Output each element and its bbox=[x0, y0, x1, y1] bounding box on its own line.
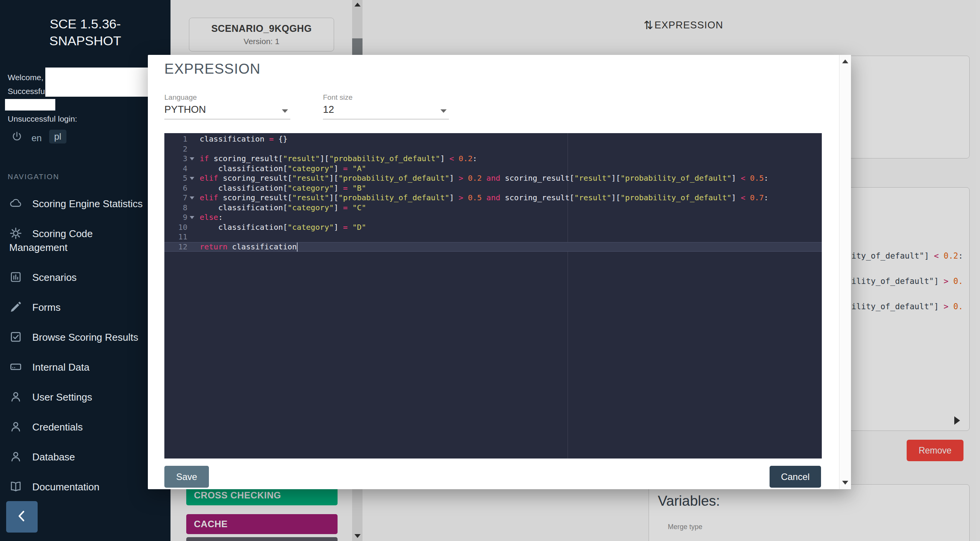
language-label: Language bbox=[164, 93, 197, 102]
line-number: 12 bbox=[164, 242, 187, 252]
fold-arrow-icon[interactable] bbox=[190, 177, 194, 180]
code-text: classification["category"] = "A" bbox=[200, 164, 366, 174]
language-en-button[interactable]: en bbox=[31, 133, 42, 143]
navigation-header: NAVIGATION bbox=[8, 173, 59, 181]
welcome-label: Welcome, bbox=[8, 73, 43, 82]
save-button[interactable]: Save bbox=[164, 466, 209, 488]
sidebar-item-credentials[interactable]: Credentials bbox=[0, 412, 171, 442]
expression-dialog: EXPRESSION Language PYTHON Font size 12 … bbox=[148, 55, 851, 489]
fold-arrow-icon[interactable] bbox=[190, 157, 194, 160]
line-number: 8 bbox=[164, 203, 187, 213]
fold-arrow-icon[interactable] bbox=[190, 196, 194, 200]
sidebar-nav: Scoring Engine StatisticsScoring Code Ma… bbox=[0, 189, 171, 502]
sidebar-item-label: Internal Data bbox=[32, 361, 89, 373]
language-select-value: PYTHON bbox=[164, 104, 206, 115]
chevron-down-icon bbox=[440, 109, 447, 113]
line-number: 4 bbox=[164, 164, 187, 174]
editor-line-4[interactable]: 4 classification["category"] = "A" bbox=[164, 164, 822, 174]
editor-line-10[interactable]: 10 classification["category"] = "D" bbox=[164, 223, 822, 233]
sidebar-item-label: Scoring Engine Statistics bbox=[32, 198, 143, 209]
code-editor[interactable]: 1classification = {}23if scoring_result[… bbox=[164, 133, 822, 459]
code-text: classification["category"] = "C" bbox=[200, 203, 366, 213]
logout-button[interactable] bbox=[11, 130, 23, 143]
font-size-label: Font size bbox=[323, 93, 353, 102]
checkbox-icon bbox=[9, 330, 22, 343]
code-text: classification["category"] = "B" bbox=[200, 183, 366, 193]
chevron-left-icon bbox=[14, 508, 30, 525]
redacted-value bbox=[45, 68, 150, 97]
sidebar-item-scoring-code-management[interactable]: Scoring Code Management bbox=[0, 219, 171, 262]
sidebar-item-label: Credentials bbox=[32, 421, 83, 433]
unsuccessful-login-label: Unsuccessful login: bbox=[8, 114, 77, 124]
cloud-icon bbox=[9, 197, 22, 210]
editor-line-3[interactable]: 3if scoring_result["result"]["probabilit… bbox=[164, 154, 822, 164]
gear-icon bbox=[9, 227, 22, 240]
sidebar-item-label: Documentation bbox=[32, 481, 99, 493]
person-icon bbox=[9, 450, 22, 463]
chart-icon bbox=[9, 270, 22, 284]
sidebar-item-label: Scenarios bbox=[32, 272, 77, 283]
line-number: 10 bbox=[164, 223, 187, 233]
editor-lines: 1classification = {}23if scoring_result[… bbox=[164, 134, 822, 252]
collapse-sidebar-button[interactable] bbox=[6, 501, 38, 533]
dialog-title: EXPRESSION bbox=[164, 61, 261, 77]
chevron-down-icon bbox=[282, 109, 288, 113]
editor-line-8[interactable]: 8 classification["category"] = "C" bbox=[164, 203, 822, 213]
book-icon bbox=[9, 480, 22, 493]
editor-line-1[interactable]: 1classification = {} bbox=[164, 134, 822, 144]
line-number: 6 bbox=[164, 183, 187, 193]
font-size-select[interactable]: 12 bbox=[323, 102, 449, 119]
app-title: SCE 1.5.36-SNAPSHOT bbox=[22, 0, 149, 49]
editor-line-6[interactable]: 6 classification["category"] = "B" bbox=[164, 183, 822, 193]
sidebar: SCE 1.5.36-SNAPSHOT Welcome, Successful … bbox=[0, 0, 171, 541]
editor-line-7[interactable]: 7elif scoring_result["result"]["probabil… bbox=[164, 193, 822, 203]
sidebar-item-label: Forms bbox=[32, 302, 61, 313]
pen-icon bbox=[9, 300, 22, 313]
person-icon bbox=[9, 390, 22, 403]
sidebar-item-browse-scoring-results[interactable]: Browse Scoring Results bbox=[0, 322, 171, 352]
app-root: SCENARIO_9KQGHG Version: 1 ⇅ EXPRESSION … bbox=[0, 0, 980, 541]
editor-line-9[interactable]: 9else: bbox=[164, 213, 822, 223]
drive-icon bbox=[9, 360, 22, 373]
editor-line-12[interactable]: 12return classification bbox=[164, 242, 822, 252]
line-number: 11 bbox=[164, 232, 187, 242]
sidebar-item-label: Browse Scoring Results bbox=[32, 332, 138, 343]
sidebar-item-scenarios[interactable]: Scenarios bbox=[0, 262, 171, 292]
sidebar-item-database[interactable]: Database bbox=[0, 442, 171, 472]
line-number: 2 bbox=[164, 144, 187, 154]
person-icon bbox=[9, 420, 22, 433]
line-number: 5 bbox=[164, 173, 187, 183]
line-number: 3 bbox=[164, 154, 187, 164]
sidebar-item-forms[interactable]: Forms bbox=[0, 292, 171, 322]
code-text: classification = {} bbox=[200, 134, 288, 144]
fold-arrow-icon[interactable] bbox=[190, 216, 194, 219]
font-size-select-value: 12 bbox=[323, 104, 334, 115]
code-text: return classification bbox=[200, 242, 298, 252]
cancel-button[interactable]: Cancel bbox=[770, 466, 821, 488]
language-select[interactable]: PYTHON bbox=[164, 102, 290, 119]
sidebar-item-internal-data[interactable]: Internal Data bbox=[0, 352, 171, 382]
sidebar-item-label: User Settings bbox=[32, 391, 92, 403]
editor-line-5[interactable]: 5elif scoring_result["result"]["probabil… bbox=[164, 173, 822, 183]
language-pl-button[interactable]: pl bbox=[49, 130, 66, 143]
code-text: else: bbox=[200, 213, 223, 223]
code-text: if scoring_result["result"]["probability… bbox=[200, 154, 477, 164]
line-number: 9 bbox=[164, 213, 187, 223]
redacted-value bbox=[5, 99, 55, 111]
line-number: 7 bbox=[164, 193, 187, 203]
code-text: classification["category"] = "D" bbox=[200, 223, 366, 233]
scroll-down-icon[interactable] bbox=[842, 481, 848, 485]
editor-line-2[interactable]: 2 bbox=[164, 144, 822, 154]
sidebar-item-documentation[interactable]: Documentation bbox=[0, 472, 171, 502]
sidebar-item-scoring-engine-statistics[interactable]: Scoring Engine Statistics bbox=[0, 189, 171, 219]
power-icon bbox=[11, 137, 23, 144]
text-cursor bbox=[297, 242, 298, 252]
sidebar-item-user-settings[interactable]: User Settings bbox=[0, 382, 171, 412]
editor-line-11[interactable]: 11 bbox=[164, 232, 822, 242]
code-text: elif scoring_result["result"]["probabili… bbox=[200, 173, 768, 183]
sidebar-item-label: Database bbox=[32, 451, 75, 463]
code-text: elif scoring_result["result"]["probabili… bbox=[200, 193, 768, 203]
dialog-scrollbar[interactable] bbox=[839, 55, 851, 489]
line-number: 1 bbox=[164, 134, 187, 144]
scroll-up-icon[interactable] bbox=[842, 59, 848, 63]
